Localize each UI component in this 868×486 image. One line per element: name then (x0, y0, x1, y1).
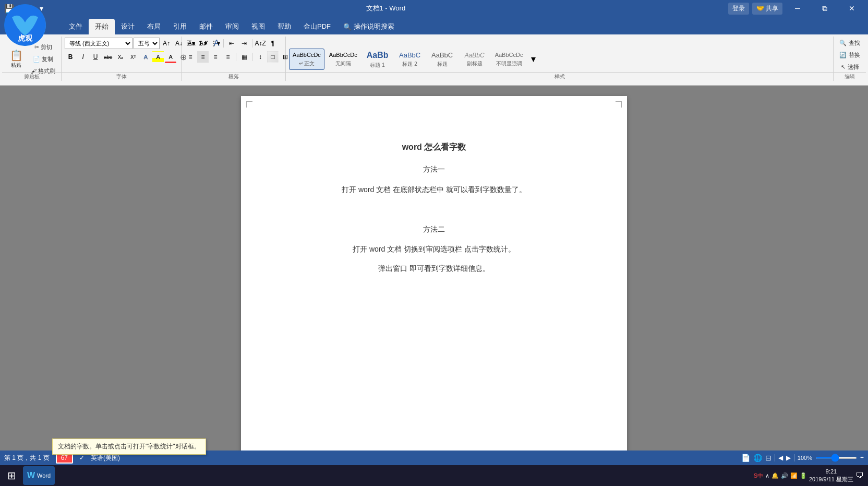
tab-search[interactable]: 🔍 操作说明搜索 (337, 19, 401, 34)
align-right-button[interactable]: ≡ (210, 51, 221, 63)
tab-review[interactable]: 审阅 (219, 19, 245, 34)
search-icon: 🔍 (343, 23, 352, 31)
select-label: 选择 (848, 63, 859, 71)
kingsoft-tray-icon[interactable]: S中 (754, 472, 763, 480)
align-left-button[interactable]: ≡ (185, 51, 196, 63)
word-icon: W (27, 471, 35, 480)
section-2-heading: 方法二 (293, 221, 575, 238)
strikethrough-button[interactable]: abc (102, 51, 114, 63)
scroll-prev-button[interactable]: ◀ (778, 454, 783, 461)
start-button[interactable]: ⊞ (2, 466, 21, 485)
word-taskbar-button[interactable]: W Word (23, 466, 55, 485)
zoom-in-button[interactable]: + (860, 454, 864, 461)
styles-more-button[interactable]: ▾ (527, 53, 539, 65)
section-1-heading: 方法一 (293, 161, 575, 177)
editing-label: 编辑 (834, 72, 866, 81)
bold-button[interactable]: B (65, 51, 76, 63)
copy-button[interactable]: 📄 复制 (28, 54, 58, 65)
align-center-button[interactable]: ≡ (197, 51, 209, 63)
tab-layout[interactable]: 布局 (141, 19, 167, 34)
notification-icon[interactable]: 🔔 (771, 472, 779, 479)
tab-home[interactable]: 开始 (89, 19, 115, 34)
font-group: 等线 (西文正文) 五号 10 11 12 A↑ A↓ Aa A✗ A (62, 37, 182, 81)
style-heading[interactable]: AaBbC 标题 (427, 48, 458, 70)
volume-icon[interactable]: 🔊 (781, 472, 788, 479)
highlight-color-button[interactable]: A (152, 51, 164, 63)
tab-references[interactable]: 引用 (167, 19, 193, 34)
section-2-para-2: 弹出窗口 即可看到字数详细信息。 (293, 260, 575, 277)
login-button[interactable]: 登录 (728, 3, 749, 15)
tab-view[interactable]: 视图 (245, 19, 271, 34)
close-button[interactable]: ✕ (840, 0, 864, 17)
italic-button[interactable]: I (77, 51, 89, 63)
increase-font-button[interactable]: A↑ (161, 38, 172, 49)
line-spacing-button[interactable]: ↕ (255, 51, 266, 63)
view-web-icon[interactable]: 🌐 (753, 454, 762, 462)
action-center-button[interactable]: 🗨 (855, 471, 864, 480)
network-icon[interactable]: 📶 (790, 472, 798, 479)
expand-tray-button[interactable]: ∧ (765, 472, 769, 479)
underline-button[interactable]: U (90, 51, 101, 63)
tab-design[interactable]: 设计 (115, 19, 141, 34)
zoom-slider[interactable] (815, 457, 857, 459)
decrease-indent-button[interactable]: ⇤ (226, 38, 237, 49)
taskbar: ⊞ W Word S中 ∧ 🔔 🔊 📶 🔋 9:21 2019/9/11 星期三… (0, 465, 868, 486)
ribbon: 📋 粘贴 ✂ 剪切 📄 复制 🖌 格式刷 剪贴板 等线 (西 (0, 34, 868, 86)
title-bar: 💾 ↩ ↪ ▾ 文档1 - Word 登录 🤝 共享 ─ ⧉ ✕ (0, 0, 868, 17)
justify-button[interactable]: ≡ (222, 51, 234, 63)
document-page: word 怎么看字数 方法一 打开 word 文档 在底部状态栏中 就可以看到字… (241, 96, 627, 451)
bullets-button[interactable]: ☰▾ (185, 38, 196, 49)
view-outline-icon[interactable]: ⊟ (765, 454, 771, 462)
multilevel-button[interactable]: ⋮▾ (210, 38, 221, 49)
battery-icon[interactable]: 🔋 (800, 472, 807, 479)
numbering-button[interactable]: 1.▾ (197, 38, 209, 49)
styles-label: 样式 (286, 72, 833, 81)
select-button[interactable]: ↖ 选择 (838, 62, 862, 73)
superscript-button[interactable]: X² (127, 51, 139, 63)
document-title: word 怎么看字数 (293, 138, 575, 156)
share-icon[interactable]: 🤝 共享 (752, 3, 782, 15)
view-normal-icon[interactable]: 📄 (741, 454, 750, 462)
subscript-button[interactable]: X₂ (115, 51, 126, 63)
sort-button[interactable]: A↕Z (255, 38, 266, 49)
tooltip-text: 文档的字数。单击或点击可打开"字数统计"对话框。 (58, 443, 200, 450)
section-1-para-1: 打开 word 文档 在底部状态栏中 就可以看到字数数量了。 (293, 182, 575, 198)
find-label: 查找 (849, 39, 860, 47)
increase-indent-button[interactable]: ⇥ (238, 38, 250, 49)
font-name-select[interactable]: 等线 (西文正文) (65, 38, 132, 49)
taskbar-right: S中 ∧ 🔔 🔊 📶 🔋 9:21 2019/9/11 星期三 🗨 (754, 468, 864, 484)
column-button[interactable]: ▦ (238, 51, 250, 63)
show-paragraph-button[interactable]: ¶ (267, 38, 279, 49)
shading-button[interactable]: □ (267, 51, 279, 63)
replace-button[interactable]: 🔄 替换 (837, 50, 863, 61)
restore-button[interactable]: ⧉ (813, 0, 837, 17)
replace-label: 替换 (849, 51, 860, 59)
scroll-next-button[interactable]: ▶ (786, 454, 791, 461)
font-color-button[interactable]: A (165, 51, 176, 63)
editing-group: 🔍 查找 🔄 替换 ↖ 选择 编辑 (834, 37, 866, 81)
tab-jinshan[interactable]: 金山PDF (297, 19, 337, 34)
find-button[interactable]: 🔍 查找 (837, 38, 863, 49)
font-size-select[interactable]: 五号 10 11 12 (134, 38, 160, 49)
style-subtle[interactable]: AaBbCcDc 不明显强调 (491, 49, 527, 69)
style-heading1[interactable]: AaBb 标题 1 (362, 47, 393, 72)
style-gallery: AaBbCcDc ↵ 正文 AaBbCcDc 无间隔 AaBb 标题 1 A (289, 47, 539, 72)
style-normal[interactable]: AaBbCcDc ↵ 正文 (289, 49, 324, 69)
language-indicator[interactable]: 英语(美国) (91, 454, 120, 463)
minimize-button[interactable]: ─ (786, 0, 810, 17)
paragraph-group: ☰▾ 1.▾ ⋮▾ ⇤ ⇥ A↕Z ¶ ≡ ≡ ≡ ≡ (182, 37, 286, 81)
text-effect-button[interactable]: A (140, 51, 151, 63)
document-area: word 怎么看字数 方法一 打开 word 文档 在底部状态栏中 就可以看到字… (0, 86, 868, 451)
font-label: 字体 (62, 72, 181, 81)
find-icon: 🔍 (839, 40, 847, 46)
logo-text: 虎观 (18, 34, 32, 43)
document-content[interactable]: word 怎么看字数 方法一 打开 word 文档 在底部状态栏中 就可以看到字… (293, 138, 575, 277)
style-heading2[interactable]: AaBbC 标题 2 (394, 48, 426, 70)
style-no-space[interactable]: AaBbCcDc 无间隔 (326, 49, 361, 69)
paste-button[interactable]: 📋 粘贴 (5, 44, 27, 75)
tab-help[interactable]: 帮助 (271, 19, 297, 34)
tab-file[interactable]: 文件 (63, 19, 89, 34)
clock: 9:21 2019/9/11 星期三 (809, 468, 853, 484)
tab-mail[interactable]: 邮件 (193, 19, 219, 34)
style-subtitle[interactable]: AaBbC 副标题 (459, 49, 490, 70)
